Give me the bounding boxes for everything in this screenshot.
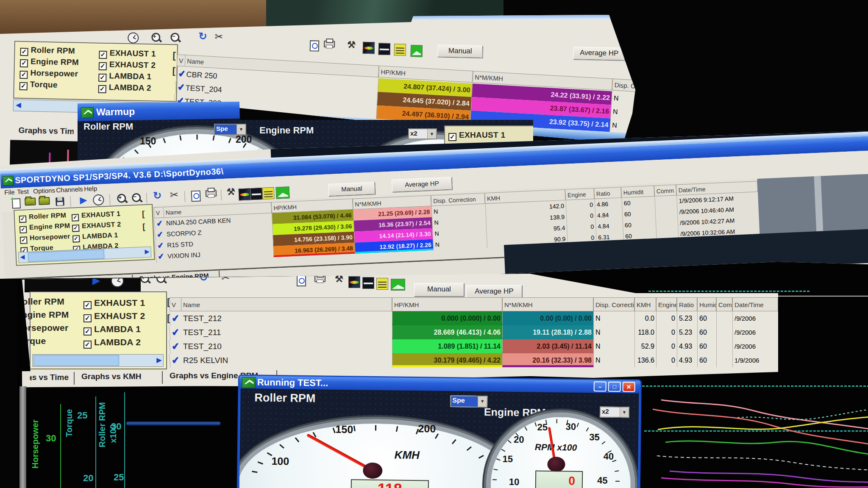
channel-checkbox[interactable]: ✓Roller RPM <box>5 297 64 308</box>
graph-button-3-icon[interactable] <box>376 278 388 290</box>
tools-icon[interactable]: ⚒ <box>226 186 238 198</box>
col-header-comm[interactable]: Comm <box>654 184 676 196</box>
col-header-v[interactable]: V <box>153 207 164 218</box>
engine-needle-hub <box>547 457 565 472</box>
warmup-titlebar[interactable]: Warmup <box>78 101 240 122</box>
open-icon[interactable] <box>25 197 36 205</box>
row-hp-value: 0.000 (0.000) / 0.00 <box>392 311 502 325</box>
save-as-icon[interactable] <box>39 197 50 205</box>
menu-item[interactable]: Help <box>84 185 97 192</box>
row-humidit: 60 <box>773 114 805 129</box>
close-button[interactable]: ✕ <box>623 382 635 392</box>
roller-value: 118 <box>351 479 429 488</box>
channel-checkbox[interactable]: ✓EXHAUST 2 <box>72 221 121 232</box>
row-comm <box>655 206 677 218</box>
col-header-comm[interactable]: Comm <box>716 297 732 311</box>
print-icon[interactable] <box>206 190 217 197</box>
row-check-icon[interactable]: ✔ <box>169 311 182 326</box>
running-x2-dropdown[interactable]: x2▼ <box>600 406 629 418</box>
row-check-icon[interactable]: ✔ <box>176 67 185 81</box>
row-check-icon[interactable]: ✔ <box>169 339 182 354</box>
menu-item[interactable]: Test <box>17 188 29 195</box>
scroll-left-arrow[interactable]: ◀ <box>20 253 25 261</box>
zoom-in-icon[interactable]: + <box>117 193 128 205</box>
col-header-engine[interactable]: Engine <box>565 188 594 200</box>
scroll-right-arrow[interactable]: ▶ <box>156 356 161 364</box>
minimize-button[interactable]: – <box>594 381 606 391</box>
channel-checkbox[interactable]: ✓Horsepower <box>5 323 68 334</box>
channel-checkbox[interactable]: ✓Engine RPM <box>5 310 69 321</box>
channel-checkbox[interactable]: ✓LAMBDA 2 <box>83 337 141 349</box>
zoom-out-icon[interactable]: − <box>131 192 143 204</box>
channel-checkbox[interactable]: ✓Roller RPM <box>19 211 67 223</box>
col-header-ratio[interactable]: Ratio <box>753 86 775 100</box>
manual-button[interactable]: Manual <box>328 182 375 196</box>
col-header-kmh[interactable]: KMH <box>691 83 725 97</box>
refresh-icon[interactable]: ↻ <box>153 189 164 201</box>
axis-roller-tick-25: 25 <box>114 472 124 483</box>
channel-checkbox[interactable]: ✓Horsepower <box>20 233 70 244</box>
row-comm <box>804 102 829 117</box>
new-icon[interactable] <box>12 198 21 209</box>
warmup-speed-dropdown[interactable]: Spe▼ <box>214 124 246 135</box>
graph-button-4-icon[interactable] <box>391 279 405 291</box>
col-header-v[interactable]: V <box>177 54 186 67</box>
row-check-icon[interactable]: ✔ <box>155 250 167 263</box>
average-hp-button[interactable]: Average HP <box>392 177 452 192</box>
cut-icon[interactable]: ✂ <box>170 189 181 200</box>
channel-checkbox[interactable]: ✓EXHAUST 2 <box>83 311 145 322</box>
col-header-ratio[interactable]: Ratio <box>677 297 697 311</box>
print-preview-icon[interactable] <box>297 275 306 286</box>
col-header-name[interactable]: Name <box>181 297 392 311</box>
play-icon[interactable]: ▶ <box>80 194 87 206</box>
graph-button-3-icon[interactable] <box>262 187 274 200</box>
channel-checkbox[interactable]: ✓EXHAUST 1 <box>83 298 145 309</box>
col-header-disp[interactable]: Disp. Correction <box>593 297 634 311</box>
scroll-right-arrow[interactable]: ▶ <box>145 247 149 256</box>
row-check-icon[interactable]: ✔ <box>175 80 184 94</box>
warmup-x2-dropdown[interactable]: x2▼ <box>408 128 437 139</box>
row-check-icon[interactable]: ✔ <box>169 353 182 368</box>
col-header-humidit[interactable]: Humidit <box>621 186 654 198</box>
channel-checkbox[interactable]: ✓LAMBDA 1 <box>83 324 141 336</box>
col-header-kmh[interactable]: KMH <box>634 297 656 311</box>
manual-button[interactable]: Manual <box>414 283 464 297</box>
row-name: R25 KELVIN <box>181 353 392 367</box>
running-speed-dropdown[interactable]: Spe▼ <box>450 395 487 408</box>
channel-panel-scrollbar[interactable]: ▶ <box>32 354 164 367</box>
menu-item[interactable]: Channels <box>56 186 83 194</box>
save-icon[interactable] <box>56 197 64 206</box>
row-disp: N <box>433 237 487 250</box>
col-header-engine[interactable]: Engine <box>656 297 677 311</box>
menu-item[interactable]: Options <box>33 186 55 194</box>
col-header-comm[interactable]: Comm <box>805 89 829 103</box>
col-header-humidit[interactable]: Humidit <box>697 297 716 311</box>
row-check-icon[interactable]: ✔ <box>153 217 165 230</box>
col-header-engine[interactable]: Engine <box>724 85 754 98</box>
row-check-icon[interactable]: ✔ <box>169 325 182 340</box>
row-nm-value: 2.03 (3.45) / 11.14 <box>502 339 593 353</box>
channel-checkbox[interactable]: ✓Engine RPM <box>19 222 70 233</box>
row-check-icon[interactable]: ✔ <box>154 239 166 252</box>
graph-button-4-icon[interactable] <box>275 186 289 199</box>
graph-button-1-icon[interactable] <box>239 188 251 200</box>
channel-checkbox[interactable]: ✓EXHAUST 1 <box>72 210 121 222</box>
col-header-datetime[interactable]: Date/Time <box>732 297 778 311</box>
menu-item[interactable]: File <box>4 189 15 196</box>
tab-graphs-vs-kmh[interactable]: Graphs vs KMH <box>81 372 141 381</box>
col-header-nm[interactable]: N*M/KMH <box>502 297 593 311</box>
average-hp-button[interactable]: Average HP <box>466 285 522 299</box>
col-header-hp[interactable]: HP/KMH <box>392 297 502 311</box>
maximize-button[interactable]: □ <box>608 382 621 392</box>
row-check-icon[interactable]: ✔ <box>154 228 166 241</box>
app-logo-icon <box>3 176 14 186</box>
graph-button-2-icon[interactable] <box>250 188 262 200</box>
col-header-humidit[interactable]: Humidit <box>775 88 806 101</box>
col-header-ratio[interactable]: Ratio <box>594 187 621 199</box>
graph-button-2-icon[interactable] <box>362 277 374 289</box>
print-preview-icon[interactable] <box>191 190 201 202</box>
print-icon[interactable] <box>314 275 326 282</box>
channel-checkbox[interactable]: ✓LAMBDA 1 <box>72 231 118 243</box>
graph-button-1-icon[interactable] <box>348 276 360 288</box>
col-header-v[interactable]: V <box>170 297 181 311</box>
